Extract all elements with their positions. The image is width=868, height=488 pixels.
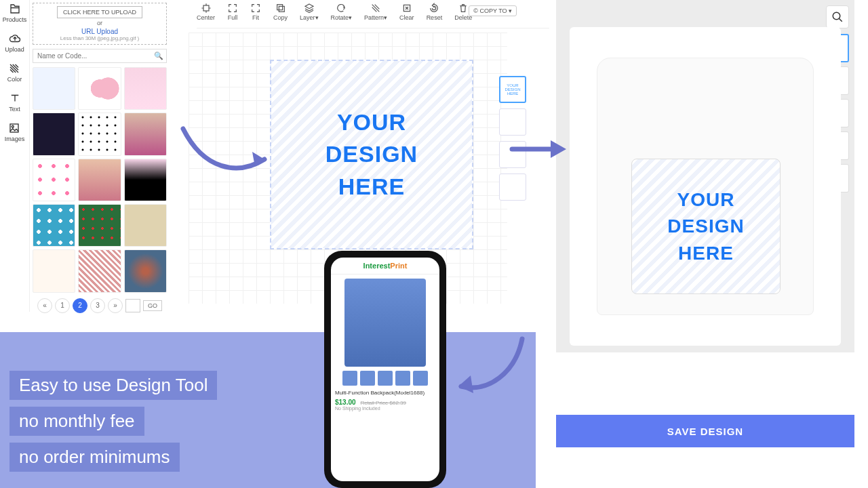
thumb[interactable] bbox=[124, 113, 167, 155]
slot-selected[interactable]: YOUR DESIGN HERE bbox=[499, 76, 526, 103]
promo-banner: Easy to use Design Tool no monthly fee n… bbox=[0, 332, 536, 488]
upload-or: or bbox=[36, 20, 163, 26]
bag-design-text: YOURDESIGNHERE bbox=[667, 186, 744, 266]
rail-images-label: Images bbox=[5, 136, 25, 142]
thumb[interactable] bbox=[78, 249, 121, 292]
svg-rect-3 bbox=[279, 6, 284, 12]
url-upload-link[interactable]: URL Upload bbox=[36, 28, 163, 35]
thumbnail-grid bbox=[33, 67, 167, 293]
rail-products[interactable]: Products bbox=[3, 3, 27, 23]
rail-text-label: Text bbox=[9, 106, 20, 113]
thumb[interactable] bbox=[124, 204, 167, 247]
tool-fit[interactable]: Fit bbox=[250, 3, 261, 21]
rail-upload-label: Upload bbox=[5, 46, 24, 53]
phone-mockup: InterestPrint Multi-Function Backpack(Mo… bbox=[324, 251, 446, 488]
pager-go[interactable]: GO bbox=[143, 300, 162, 311]
slot[interactable] bbox=[499, 108, 526, 136]
tool-rotate[interactable]: Rotate▾ bbox=[331, 3, 353, 21]
placeholder-text: YOURDESIGNHERE bbox=[326, 106, 418, 203]
search-row: 🔍 bbox=[33, 49, 167, 63]
pager-page-input[interactable] bbox=[125, 299, 140, 312]
thumb[interactable] bbox=[78, 159, 121, 201]
phone-product-image bbox=[344, 279, 426, 367]
upload-click-button[interactable]: CLICK HERE TO UPLOAD bbox=[57, 6, 142, 18]
upload-area[interactable]: CLICK HERE TO UPLOAD or URL Upload Less … bbox=[33, 3, 167, 45]
upload-hint: Less than 30M (jpeg,jpg,png,gif ) bbox=[36, 35, 163, 41]
rail-color-label: Color bbox=[7, 76, 22, 83]
slot[interactable] bbox=[499, 174, 526, 201]
thumb[interactable] bbox=[33, 249, 75, 292]
pager-next[interactable]: » bbox=[108, 298, 123, 313]
zoom-icon[interactable] bbox=[826, 5, 849, 28]
pager-prev[interactable]: « bbox=[37, 298, 52, 313]
pager-1[interactable]: 1 bbox=[55, 298, 70, 313]
rail-text[interactable]: Text bbox=[9, 92, 21, 113]
rail-color[interactable]: Color bbox=[7, 62, 22, 83]
thumb[interactable] bbox=[124, 67, 167, 110]
search-input[interactable] bbox=[33, 49, 151, 62]
pager-3[interactable]: 3 bbox=[90, 298, 105, 313]
save-design-button[interactable]: SAVE DESIGN bbox=[556, 415, 854, 447]
tool-clear[interactable]: Clear bbox=[399, 3, 414, 21]
svg-point-6 bbox=[833, 12, 840, 20]
thumb[interactable] bbox=[33, 204, 75, 247]
gallery-panel: CLICK HERE TO UPLOAD or URL Upload Less … bbox=[30, 0, 170, 319]
tool-copy[interactable]: Copy bbox=[273, 3, 288, 21]
rail-images[interactable]: Images bbox=[5, 122, 25, 142]
promo-line-3: no order minimums bbox=[9, 443, 180, 472]
thumb[interactable] bbox=[33, 159, 75, 201]
tool-center[interactable]: Center bbox=[197, 3, 215, 21]
bag-mockup: YOURDESIGNHERE bbox=[597, 58, 814, 315]
tool-reset[interactable]: Reset bbox=[427, 3, 443, 21]
thumb[interactable] bbox=[78, 204, 121, 247]
svg-rect-4 bbox=[277, 5, 282, 10]
print-area-slots: YOUR DESIGN HERE bbox=[499, 76, 526, 201]
thumb[interactable] bbox=[124, 249, 167, 292]
thumb[interactable] bbox=[78, 113, 121, 155]
search-icon[interactable]: 🔍 bbox=[151, 49, 166, 62]
phone-price: $13.00 Retail Price $62.39 bbox=[335, 399, 406, 406]
svg-rect-0 bbox=[10, 124, 18, 132]
copy-to-dropdown[interactable]: © COPY TO ▾ bbox=[469, 5, 517, 16]
svg-rect-2 bbox=[203, 5, 209, 11]
thumb[interactable] bbox=[33, 113, 75, 155]
slot[interactable] bbox=[499, 141, 526, 168]
svg-point-1 bbox=[12, 125, 14, 127]
artboard[interactable]: YOURDESIGNHERE bbox=[270, 60, 473, 249]
tool-full[interactable]: Full bbox=[227, 3, 238, 21]
thumb[interactable] bbox=[78, 67, 121, 110]
pager-2[interactable]: 2 bbox=[73, 298, 87, 313]
product-preview: YOURDESIGNHERE bbox=[556, 0, 854, 352]
promo-line-1: Easy to use Design Tool bbox=[9, 371, 217, 400]
phone-product-title: Multi-Function Backpack(Model1688) bbox=[335, 390, 425, 396]
phone-shipping: No Shipping Included bbox=[335, 406, 380, 411]
rail-upload[interactable]: Upload bbox=[5, 33, 24, 53]
thumb[interactable] bbox=[124, 159, 167, 201]
thumb[interactable] bbox=[33, 67, 75, 110]
tool-layer[interactable]: Layer▾ bbox=[300, 3, 319, 21]
pagination: « 1 2 3 » GO bbox=[33, 298, 167, 313]
tool-pattern[interactable]: Pattern▾ bbox=[364, 3, 387, 21]
promo-line-2: no monthly fee bbox=[9, 407, 144, 436]
rail-products-label: Products bbox=[3, 16, 27, 23]
